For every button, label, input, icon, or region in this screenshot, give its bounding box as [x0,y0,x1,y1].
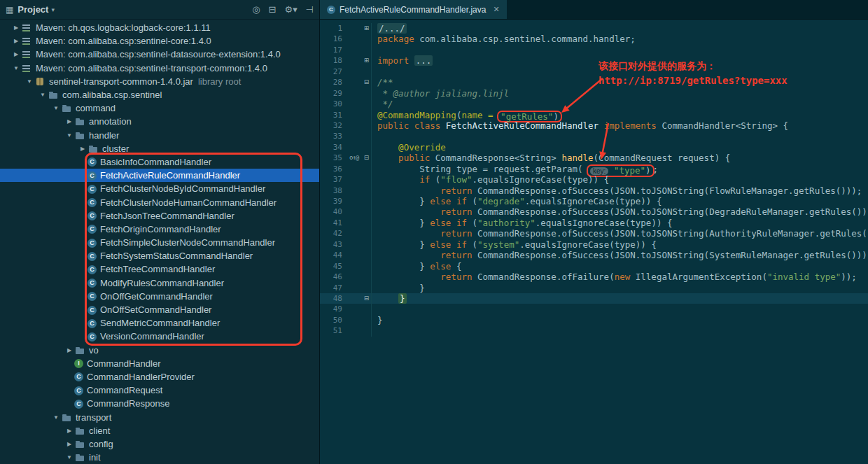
code-line-41[interactable]: 41 } else if ("authority".equalsIgnoreCa… [320,218,868,228]
tree-item-init[interactable]: ▼init [0,451,319,464]
code-text: public CommandResponse<String> handle(Co… [372,153,730,163]
locate-icon[interactable]: ◎ [252,4,260,15]
line-number: 46 [320,272,349,282]
tree-item-fetchclusternodebyidcommandhandler[interactable]: FetchClusterNodeByIdCommandHandler [0,182,319,195]
tree-item-commandhandlerprovider[interactable]: CommandHandlerProvider [0,370,319,384]
tree-item-maven-com-alibaba-csp-sentinel-datasource-extens[interactable]: ▶Maven: com.alibaba.csp:sentinel-datasou… [0,48,319,61]
tree-item-commandrequest[interactable]: CommandRequest [0,384,319,397]
tree-item-fetchsystemstatuscommandhandler[interactable]: FetchSystemStatusCommandHandler [0,249,319,262]
line-number: 36 [320,164,349,174]
override-gutter-icon[interactable]: o↑@ [349,153,362,163]
code-token [377,142,398,153]
code-line-1[interactable]: 1⊞/.../ [320,23,868,34]
tree-item-basicinfocommandhandler[interactable]: BasicInfoCommandHandler [0,155,319,169]
tree-item-versioncommandhandler[interactable]: VersionCommandHandler [0,330,319,343]
tree-item-maven-ch-qos-logback-logback-core-1-1-11[interactable]: ▶Maven: ch.qos.logback:logback-core:1.1.… [0,21,319,34]
code-line-43[interactable]: 43 } else if ("system".equalsIgnoreCase(… [320,239,868,250]
expanded-arrow-icon[interactable]: ▼ [24,78,34,85]
project-tool-window-icon[interactable]: ▦ [6,5,13,15]
fold-expand-icon[interactable]: ⊞ [362,23,372,34]
line-number: 37 [320,174,349,185]
expanded-arrow-icon[interactable]: ▼ [51,105,61,111]
expanded-arrow-icon[interactable]: ▼ [38,92,48,98]
tree-item-sentinel-transport-common-1-4-0-jar[interactable]: ▼sentinel-transport-common-1.4.0.jarlibr… [0,75,319,88]
code-line-33[interactable]: 33 [320,131,868,141]
tree-item-maven-com-alibaba-csp-sentinel-transport-common-[interactable]: ▼Maven: com.alibaba.csp:sentinel-transpo… [0,62,319,75]
collapsed-arrow-icon[interactable]: ▶ [64,118,74,125]
code-line-30[interactable]: 30 */ [320,99,868,109]
code-area[interactable]: 1⊞/.../16package com.alibaba.csp.sentine… [320,20,868,464]
collapsed-arrow-icon[interactable]: ▶ [64,441,74,447]
tree-item-fetchclusternodehumancommandhandler[interactable]: FetchClusterNodeHumanCommandHandler [0,195,319,209]
project-panel-title[interactable]: Project [18,4,48,15]
code-line-37[interactable]: 37 if ("flow".equalsIgnoreCase(type)) { [320,174,868,185]
tree-item-commandresponse[interactable]: CommandResponse [0,397,319,410]
fold-collapse-icon[interactable]: ⊟ [362,153,372,163]
code-line-42[interactable]: 42 return CommandResponse.ofSuccess(JSON… [320,228,868,239]
tree-item-transport[interactable]: ▼transport [0,410,319,423]
code-line-31[interactable]: 31@CommandMapping(name = "getRules") [320,110,868,120]
code-line-48[interactable]: 48⊟ } [320,293,868,304]
expanded-arrow-icon[interactable]: ▼ [64,132,74,139]
tree-item-config[interactable]: ▶config [0,437,319,451]
tree-item-modifyrulescommandhandler[interactable]: ModifyRulesCommandHandler [0,276,319,290]
code-line-50[interactable]: 50} [320,315,868,325]
tree-item-label: Maven: com.alibaba.csp:sentinel-core:1.4… [36,36,211,46]
tree-item-onoffsetcommandhandler[interactable]: OnOffSetCommandHandler [0,303,319,316]
collapsed-arrow-icon[interactable]: ▶ [64,347,74,353]
code-line-51[interactable]: 51 [320,325,868,336]
tree-item-annotation[interactable]: ▶annotation [0,115,319,128]
fold-spacer [362,174,372,185]
code-line-45[interactable]: 45 } else { [320,261,868,272]
gutter-spacer [349,88,362,99]
expanded-arrow-icon[interactable]: ▼ [51,414,61,421]
collapse-all-icon[interactable]: ⊟ [269,4,276,15]
tree-item-com-alibaba-csp-sentinel[interactable]: ▼com.alibaba.csp.sentinel [0,88,319,101]
code-line-39[interactable]: 39 } else if ("degrade".equalsIgnoreCase… [320,196,868,206]
tree-item-vo[interactable]: ▶vo [0,344,319,357]
settings-gear-icon[interactable]: ⚙▾ [284,4,297,15]
fold-expand-icon[interactable]: ⊞ [362,55,372,66]
tree-item-fetchtreecommandhandler[interactable]: FetchTreeCommandHandler [0,262,319,276]
fold-collapse-icon[interactable]: ⊟ [362,293,372,304]
code-line-16[interactable]: 16package com.alibaba.csp.sentinel.comma… [320,34,868,44]
code-line-35[interactable]: 35o↑@⊟ public CommandResponse<String> ha… [320,153,868,163]
tree-item-handler[interactable]: ▼handler [0,129,319,142]
tree-item-fetchjsontreecommandhandler[interactable]: FetchJsonTreeCommandHandler [0,209,319,223]
expanded-arrow-icon[interactable]: ▼ [64,454,74,461]
code-line-38[interactable]: 38 return CommandResponse.ofSuccess(JSON… [320,185,868,196]
close-icon[interactable]: ✕ [493,5,499,14]
hide-panel-icon[interactable]: ⊣ [306,4,314,15]
tree-item-fetchactiverulecommandhandler[interactable]: FetchActiveRuleCommandHandler [0,169,319,182]
code-line-17[interactable]: 17 [320,45,868,55]
collapsed-arrow-icon[interactable]: ▶ [11,51,21,57]
line-number: 43 [320,239,349,250]
tree-item-client[interactable]: ▶client [0,424,319,437]
tree-item-command[interactable]: ▼command [0,101,319,115]
fold-collapse-icon[interactable]: ⊟ [362,77,372,87]
tree-item-fetchsimpleclusternodecommandhandler[interactable]: FetchSimpleClusterNodeCommandHandler [0,236,319,249]
tree-item-sendmetriccommandhandler[interactable]: SendMetricCommandHandler [0,316,319,330]
collapsed-arrow-icon[interactable]: ▶ [78,146,88,152]
tree-item-cluster[interactable]: ▶cluster [0,142,319,155]
code-line-29[interactable]: 29 * @author jialiang.linjl [320,88,868,99]
code-line-49[interactable]: 49 [320,304,868,314]
collapsed-arrow-icon[interactable]: ▶ [64,428,74,434]
editor-tab-fetchactiverulecommandhandler[interactable]: FetchActiveRuleCommandHandler.java ✕ [320,0,507,19]
code-line-32[interactable]: 32public class FetchActiveRuleCommandHan… [320,120,868,131]
chevron-down-icon[interactable]: ▾ [51,6,55,13]
code-line-44[interactable]: 44 return CommandResponse.ofSuccess(JSON… [320,250,868,260]
code-line-47[interactable]: 47 } [320,283,868,293]
code-line-40[interactable]: 40 return CommandResponse.ofSuccess(JSON… [320,206,868,217]
collapsed-arrow-icon[interactable]: ▶ [11,38,21,44]
expanded-arrow-icon[interactable]: ▼ [11,65,21,71]
code-line-36[interactable]: 36 String type = request.getParam( key: … [320,164,868,174]
tree-item-onoffgetcommandhandler[interactable]: OnOffGetCommandHandler [0,290,319,303]
tree-item-fetchorigincommandhandler[interactable]: FetchOriginCommandHandler [0,223,319,236]
code-line-46[interactable]: 46 return CommandResponse.ofFailure(new … [320,272,868,282]
collapsed-arrow-icon[interactable]: ▶ [11,24,21,31]
tree-item-maven-com-alibaba-csp-sentinel-core-1-4-0[interactable]: ▶Maven: com.alibaba.csp:sentinel-core:1.… [0,34,319,48]
line-number: 32 [320,120,349,131]
tree-item-commandhandler[interactable]: CommandHandler [0,357,319,370]
code-line-34[interactable]: 34 @Override [320,142,868,153]
